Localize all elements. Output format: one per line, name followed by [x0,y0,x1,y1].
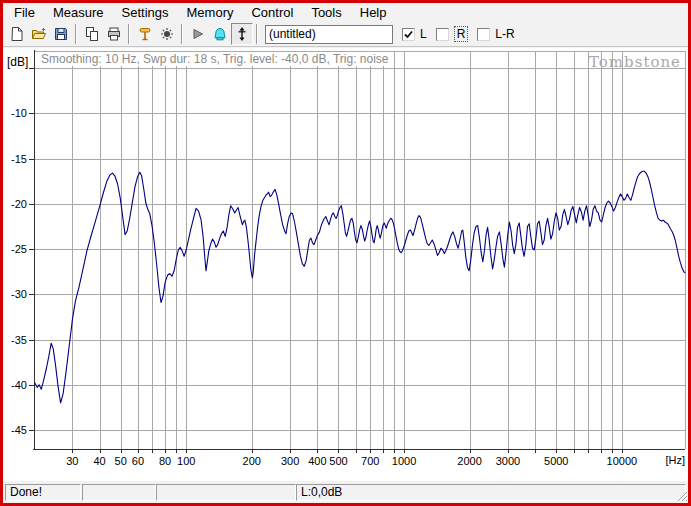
checkbox-label: L [420,27,427,41]
y-tick-label: -40 [11,379,27,391]
title-field[interactable] [265,25,393,44]
x-tick-label: 200 [243,455,261,467]
toolbar-divider [3,46,688,47]
x-tick-label: 1000 [392,455,416,467]
generator-button[interactable] [209,23,231,45]
generator-speaker-icon [212,26,228,42]
x-tick-label: 5000 [544,455,568,467]
toolbar-separator [128,24,130,44]
y-tick-label: -10 [11,107,27,119]
x-axis-unit-label: [Hz] [665,454,685,466]
menu-memory[interactable]: Memory [178,4,243,22]
app-window: File Measure Settings Memory Control Too… [0,0,691,506]
toolbar: L R L-R [3,22,688,46]
menu-bar: File Measure Settings Memory Control Too… [3,3,688,22]
toolbar-separator [256,24,258,44]
chart-canvas: 3040506080100200300400500700100020003000… [3,48,688,481]
level-meter-button[interactable] [231,23,253,45]
difference-channel-checkbox[interactable]: L-R [477,27,514,41]
left-channel-checkbox[interactable]: L [402,27,427,41]
copy-button[interactable] [81,23,103,45]
menu-control[interactable]: Control [242,4,302,22]
right-channel-checkbox[interactable]: R [436,26,469,42]
open-folder-icon [31,26,47,42]
menu-settings[interactable]: Settings [113,4,178,22]
response-curve-L [35,171,685,403]
microphone-button[interactable] [134,23,156,45]
y-tick-label: -20 [11,198,27,210]
play-icon [190,26,206,42]
print-icon [106,26,122,42]
checkbox-label-focused: R [454,26,469,42]
y-tick-label: -25 [11,243,27,255]
y-tick-label: -45 [11,424,27,436]
x-tick-label: 60 [132,455,144,467]
check-icon [403,29,414,40]
toolbar-separator [181,24,183,44]
resize-grip[interactable] [676,490,687,501]
x-tick-label: 100 [177,455,195,467]
x-tick-label: 300 [281,455,299,467]
y-tick-label: -35 [11,334,27,346]
measurement-settings-text: Smoothing: 10 Hz, Swp dur: 18 s, Trig. l… [39,52,393,66]
menu-tools[interactable]: Tools [302,4,350,22]
y-axis-unit-label: [dB] [7,55,28,69]
checkbox-checked-box [402,28,415,41]
x-tick-label: 2000 [457,455,481,467]
y-tick-label: -30 [11,288,27,300]
toolbar-separator [75,24,77,44]
status-cursor-readout: L:0,0dB [296,484,686,501]
checkbox-label: L-R [495,27,514,41]
x-tick-label: 400 [308,455,326,467]
x-tick-label: 80 [159,455,171,467]
save-button[interactable] [50,23,72,45]
new-document-button[interactable] [6,23,28,45]
print-button[interactable] [103,23,125,45]
x-tick-label: 10000 [607,455,638,467]
x-tick-label: 500 [329,455,347,467]
record-button[interactable] [156,23,178,45]
status-message: Done! [5,484,81,501]
copy-icon [84,26,100,42]
level-meter-arrow-icon [234,26,250,42]
menu-measure[interactable]: Measure [44,4,113,22]
watermark-text: Tombstone [589,53,681,71]
new-document-icon [9,26,25,42]
menu-help[interactable]: Help [351,4,396,22]
status-panel-3 [156,484,296,501]
y-tick-label: -15 [11,153,27,165]
status-bar: Done! L:0,0dB [3,481,688,503]
menu-file[interactable]: File [5,4,44,22]
x-tick-label: 3000 [496,455,520,467]
save-floppy-icon [53,26,69,42]
microphone-icon [137,26,153,42]
record-icon [159,26,175,42]
x-tick-label: 30 [66,455,78,467]
x-tick-label: 40 [93,455,105,467]
x-tick-label: 700 [361,455,379,467]
status-panel-2 [82,484,156,501]
checkbox-box [477,28,490,41]
checkbox-box [436,28,449,41]
frequency-response-chart[interactable]: 3040506080100200300400500700100020003000… [3,48,688,481]
x-tick-label: 50 [115,455,127,467]
open-file-button[interactable] [28,23,50,45]
play-button[interactable] [187,23,209,45]
